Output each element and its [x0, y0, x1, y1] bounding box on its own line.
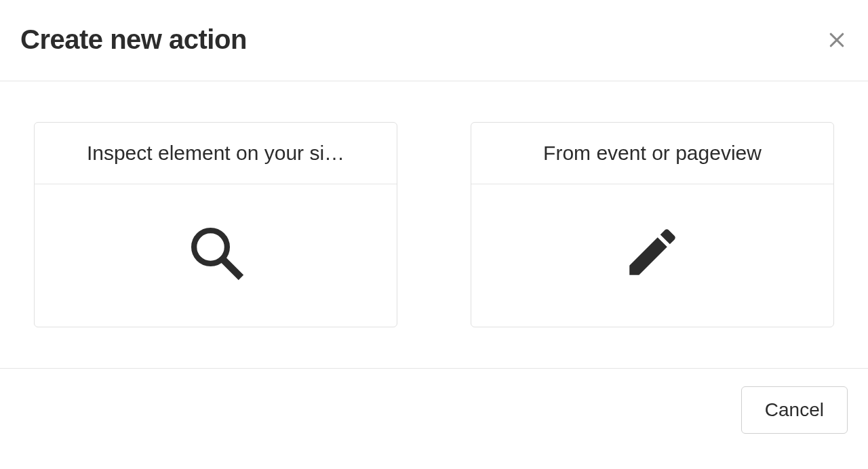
- card-header: From event or pageview: [471, 123, 833, 184]
- modal-header: Create new action: [0, 0, 868, 81]
- card-title: From event or pageview: [493, 142, 812, 165]
- card-header: Inspect element on your si…: [35, 123, 397, 184]
- card-title: Inspect element on your si…: [56, 142, 375, 165]
- card-body: [471, 184, 833, 327]
- close-button[interactable]: [826, 29, 848, 51]
- cancel-button[interactable]: Cancel: [741, 386, 848, 434]
- svg-line-3: [223, 260, 239, 275]
- modal-footer: Cancel: [0, 368, 868, 451]
- edit-icon: [622, 222, 683, 283]
- modal-body: Inspect element on your si… From event o…: [0, 81, 868, 368]
- close-icon: [827, 30, 847, 50]
- option-inspect-element[interactable]: Inspect element on your si…: [34, 122, 397, 327]
- search-icon: [185, 222, 246, 283]
- card-body: [35, 184, 397, 327]
- modal-title: Create new action: [20, 24, 247, 55]
- option-event-pageview[interactable]: From event or pageview: [471, 122, 834, 327]
